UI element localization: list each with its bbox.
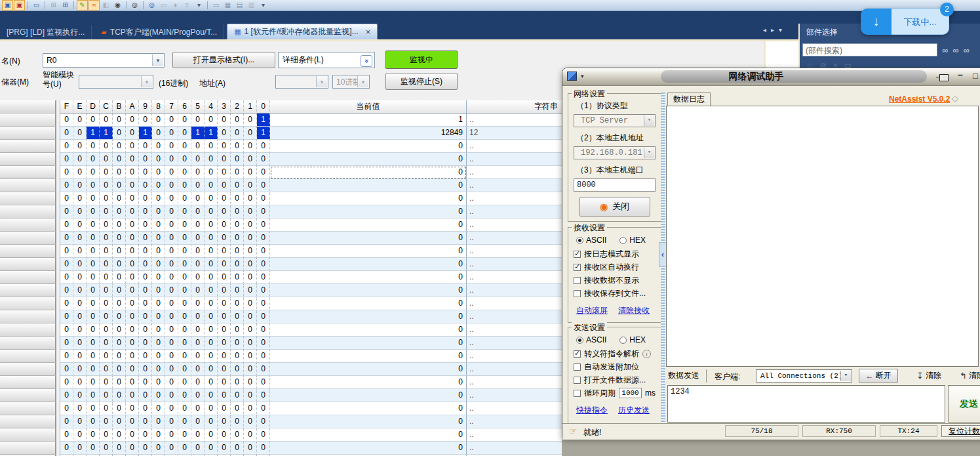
data-send-tab[interactable]: 数据发送 bbox=[668, 369, 707, 383]
anchor-gray-icon[interactable]: ♦ bbox=[170, 0, 181, 10]
bit-cell[interactable]: 0 bbox=[257, 442, 270, 455]
bit-cell[interactable]: 0 bbox=[218, 271, 231, 284]
bit-cell[interactable]: 0 bbox=[126, 140, 139, 153]
save-gray-icon[interactable]: ▥ bbox=[246, 0, 257, 10]
string-cell[interactable]: .. bbox=[467, 245, 562, 258]
bit-cell[interactable]: 0 bbox=[113, 232, 126, 245]
bit-cell[interactable]: 0 bbox=[152, 442, 165, 455]
bit-cell[interactable]: 0 bbox=[165, 323, 178, 337]
eye-icon[interactable]: ◉ bbox=[112, 0, 123, 10]
recv-link-2[interactable]: 清除接收 bbox=[618, 305, 650, 316]
tab-close-icon[interactable]: × bbox=[366, 27, 371, 37]
bit-cell[interactable]: 0 bbox=[152, 337, 165, 350]
bit-cell[interactable]: 0 bbox=[139, 428, 152, 442]
bit-cell[interactable]: 0 bbox=[257, 153, 270, 166]
bit-cell[interactable]: 0 bbox=[87, 415, 100, 428]
value-cell[interactable]: 0 bbox=[270, 166, 467, 179]
checkbox-icon[interactable] bbox=[574, 363, 581, 371]
bit-cell[interactable]: 0 bbox=[87, 297, 100, 310]
bit-cell[interactable]: 0 bbox=[87, 153, 100, 166]
bit-cell[interactable]: 0 bbox=[126, 323, 139, 337]
bit-cell[interactable]: 0 bbox=[205, 337, 218, 350]
bit-cell[interactable]: 0 bbox=[178, 153, 191, 166]
client-combo[interactable]: All Connections (2) bbox=[756, 369, 852, 383]
bit-cell[interactable]: 0 bbox=[60, 415, 73, 428]
bit-cell[interactable]: 0 bbox=[73, 245, 87, 258]
bit-cell[interactable]: 0 bbox=[165, 297, 178, 310]
bit-cell[interactable]: 0 bbox=[191, 297, 205, 310]
bit-cell[interactable]: 0 bbox=[257, 337, 270, 350]
bit-cell[interactable]: 0 bbox=[113, 442, 126, 455]
bit-cell[interactable]: 0 bbox=[231, 271, 244, 284]
bit-cell[interactable]: 0 bbox=[73, 179, 87, 192]
bit-cell[interactable]: 0 bbox=[87, 232, 100, 245]
bit-cell[interactable]: 0 bbox=[205, 402, 218, 415]
value-cell[interactable]: 0 bbox=[270, 153, 467, 166]
bit-cell[interactable]: 0 bbox=[205, 205, 218, 218]
bit-cell[interactable]: 0 bbox=[87, 114, 100, 127]
bit-cell[interactable]: 0 bbox=[73, 127, 87, 140]
bit-cell[interactable]: 0 bbox=[165, 258, 178, 271]
bit-cell[interactable]: 0 bbox=[87, 284, 100, 297]
string-cell[interactable]: .. bbox=[467, 140, 562, 153]
bit-cell[interactable]: 1 bbox=[87, 127, 100, 140]
bit-cell[interactable]: 0 bbox=[100, 140, 113, 153]
bit-cell[interactable]: 0 bbox=[139, 323, 152, 337]
bit-cell[interactable]: 0 bbox=[257, 376, 270, 389]
bit-cell[interactable]: 0 bbox=[244, 402, 257, 415]
bit-cell[interactable]: 0 bbox=[191, 376, 205, 389]
bit-cell[interactable]: 0 bbox=[231, 245, 244, 258]
bit-cell[interactable]: 0 bbox=[178, 245, 191, 258]
bit-cell[interactable]: 0 bbox=[152, 258, 165, 271]
bit-cell[interactable]: 0 bbox=[60, 205, 73, 218]
bit-cell[interactable]: 0 bbox=[244, 153, 257, 166]
recv-hex-radio[interactable]: HEX bbox=[619, 236, 646, 245]
bit-cell[interactable]: 0 bbox=[126, 402, 139, 415]
bit-cell[interactable]: 0 bbox=[100, 153, 113, 166]
bit-cell[interactable]: 0 bbox=[126, 153, 139, 166]
bit-cell[interactable]: 0 bbox=[60, 153, 73, 166]
bit-cell[interactable]: 0 bbox=[126, 166, 139, 179]
bit-cell[interactable]: 0 bbox=[60, 192, 73, 205]
bit-cell[interactable]: 0 bbox=[139, 415, 152, 428]
bit-cell[interactable]: 0 bbox=[113, 297, 126, 310]
bit-cell[interactable]: 0 bbox=[113, 218, 126, 232]
address-combo[interactable] bbox=[275, 75, 328, 89]
bit-cell[interactable]: 0 bbox=[244, 258, 257, 271]
bit-cell[interactable]: 0 bbox=[244, 415, 257, 428]
checkbox-row[interactable]: 按日志模式显示 bbox=[574, 247, 656, 260]
value-cell[interactable]: 0 bbox=[270, 297, 467, 310]
bit-cell[interactable]: 0 bbox=[113, 114, 126, 127]
bit-cell[interactable]: 0 bbox=[73, 415, 87, 428]
bit-cell[interactable]: 0 bbox=[152, 376, 165, 389]
bit-cell[interactable]: 0 bbox=[73, 232, 87, 245]
bit-cell[interactable]: 0 bbox=[100, 284, 113, 297]
bit-cell[interactable]: 0 bbox=[73, 363, 87, 376]
value-cell[interactable]: 0 bbox=[270, 232, 467, 245]
bit-cell[interactable]: 0 bbox=[205, 284, 218, 297]
bit-cell[interactable]: 0 bbox=[113, 350, 126, 363]
bit-cell[interactable]: 0 bbox=[178, 192, 191, 205]
string-cell[interactable]: .. bbox=[467, 350, 562, 363]
bit-cell[interactable]: 0 bbox=[113, 205, 126, 218]
netassist-titlebar[interactable]: ▾ 网络调试助手 – □ bbox=[562, 68, 980, 86]
bit-cell[interactable]: 0 bbox=[152, 389, 165, 402]
bit-cell[interactable]: 0 bbox=[257, 218, 270, 232]
bit-cell[interactable]: 0 bbox=[205, 297, 218, 310]
bit-cell[interactable]: 0 bbox=[218, 232, 231, 245]
bit-cell[interactable]: 0 bbox=[139, 310, 152, 323]
bit-cell[interactable]: 0 bbox=[178, 140, 191, 153]
bit-cell[interactable]: 0 bbox=[165, 179, 178, 192]
bit-cell[interactable]: 0 bbox=[191, 350, 205, 363]
bit-cell[interactable]: 0 bbox=[231, 337, 244, 350]
bit-cell[interactable]: 0 bbox=[191, 153, 205, 166]
bit-cell[interactable]: 0 bbox=[218, 428, 231, 442]
checkbox-row[interactable]: 打开文件数据源... bbox=[574, 373, 656, 386]
bit-cell[interactable]: 0 bbox=[244, 232, 257, 245]
bit-cell[interactable]: 0 bbox=[165, 218, 178, 232]
bit-cell[interactable]: 0 bbox=[152, 127, 165, 140]
clear-recv-button[interactable]: ↰ 清除 bbox=[960, 370, 980, 381]
value-cell[interactable]: 0 bbox=[270, 205, 467, 218]
bit-cell[interactable]: 1 bbox=[205, 127, 218, 140]
monitor-watch-icon[interactable]: ▣ bbox=[2, 0, 13, 10]
